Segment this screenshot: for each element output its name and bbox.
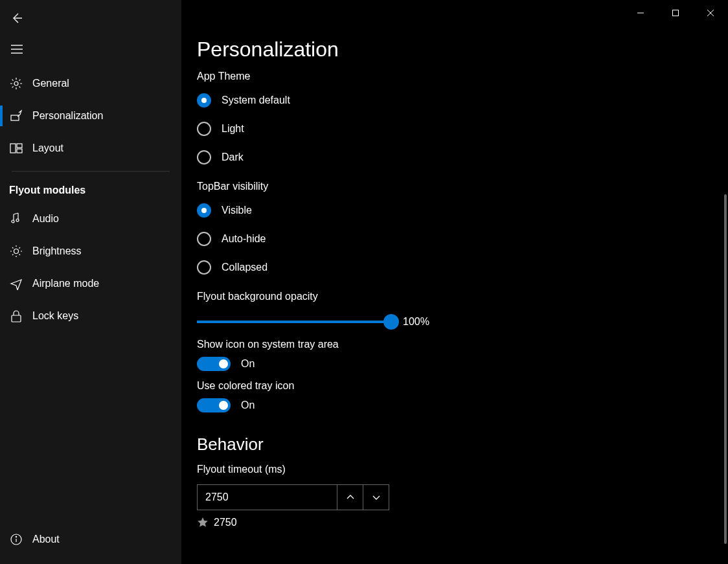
gear-icon — [9, 77, 23, 90]
toggle-state-text: On — [241, 400, 255, 411]
radio-label: Dark — [222, 152, 244, 163]
sidebar-item-label: General — [32, 78, 69, 89]
info-icon — [9, 533, 23, 546]
titlebar-buttons — [623, 0, 728, 26]
close-button[interactable] — [693, 0, 728, 26]
colored-tray-label: Use colored tray icon — [197, 380, 712, 392]
chevron-up-icon — [346, 494, 355, 501]
back-button[interactable] — [1, 5, 32, 31]
paint-icon — [9, 109, 23, 122]
sidebar-item-label: About — [32, 534, 60, 545]
maximize-icon — [672, 9, 679, 17]
sidebar-item-label: Airplane mode — [32, 278, 99, 289]
opacity-value: 100% — [403, 316, 429, 328]
svg-point-4 — [14, 82, 18, 85]
airplane-icon — [9, 277, 23, 290]
svg-point-9 — [12, 220, 14, 223]
svg-point-15 — [16, 536, 16, 537]
sidebar: General Personalization Layout Flyout mo… — [0, 0, 181, 564]
svg-rect-7 — [17, 144, 22, 148]
radio-topbar-visible[interactable]: Visible — [197, 196, 712, 225]
svg-rect-6 — [10, 144, 16, 153]
tray-icon-toggle[interactable] — [197, 357, 231, 371]
star-icon — [197, 517, 209, 528]
sidebar-item-label: Personalization — [32, 110, 103, 122]
chevron-down-icon — [372, 494, 381, 501]
close-icon — [707, 9, 714, 17]
radio-label: Auto-hide — [222, 233, 266, 245]
timeout-label: Flyout timeout (ms) — [197, 464, 712, 475]
sidebar-item-general[interactable]: General — [0, 67, 181, 100]
svg-rect-8 — [17, 149, 22, 153]
hamburger-button[interactable] — [1, 36, 32, 62]
opacity-label: Flyout background opacity — [197, 291, 712, 302]
opacity-slider[interactable] — [197, 314, 391, 330]
sidebar-item-label: Lock keys — [32, 310, 78, 322]
sidebar-item-personalization[interactable]: Personalization — [0, 100, 181, 132]
radio-theme-system-default[interactable]: System default — [197, 86, 712, 115]
radio-indicator — [197, 232, 211, 246]
spinner-up-button[interactable] — [337, 485, 363, 510]
topbar-visibility-label: TopBar visibility — [197, 181, 712, 192]
timeout-default-hint: 2750 — [197, 517, 712, 528]
colored-tray-toggle[interactable] — [197, 398, 231, 412]
page-title: Personalization — [197, 38, 712, 62]
timeout-input[interactable] — [198, 485, 337, 510]
maximize-button[interactable] — [658, 0, 693, 26]
app-theme-label: App Theme — [197, 71, 712, 82]
toggle-knob — [219, 359, 228, 368]
toggle-knob — [219, 401, 228, 410]
sidebar-item-label: Audio — [32, 213, 59, 225]
radio-indicator — [197, 150, 211, 164]
radio-topbar-collapsed[interactable]: Collapsed — [197, 253, 712, 282]
hamburger-icon — [11, 45, 23, 54]
timeout-numberbox — [197, 484, 389, 510]
minimize-icon — [637, 9, 644, 17]
sidebar-section-header: Flyout modules — [0, 175, 181, 203]
radio-indicator — [197, 122, 211, 136]
sidebar-item-airplane[interactable]: Airplane mode — [0, 267, 181, 300]
sidebar-item-brightness[interactable]: Brightness — [0, 235, 181, 267]
radio-indicator — [197, 260, 211, 275]
radio-topbar-auto-hide[interactable]: Auto-hide — [197, 225, 712, 253]
svg-rect-17 — [673, 10, 679, 16]
sidebar-item-audio[interactable]: Audio — [0, 203, 181, 235]
sidebar-item-label: Layout — [32, 142, 63, 154]
content-area: Personalization App Theme System default… — [181, 0, 728, 564]
nav-divider — [12, 171, 170, 172]
sidebar-item-label: Brightness — [32, 245, 82, 257]
radio-label: Collapsed — [222, 262, 267, 273]
radio-indicator — [197, 203, 211, 218]
radio-label: Light — [222, 123, 244, 135]
brightness-icon — [9, 245, 23, 258]
behavior-heading: Behavior — [197, 434, 712, 455]
spinner-down-button[interactable] — [363, 485, 389, 510]
layout-icon — [9, 143, 23, 153]
sidebar-item-lockkeys[interactable]: Lock keys — [0, 300, 181, 332]
radio-theme-light[interactable]: Light — [197, 115, 712, 143]
sidebar-item-layout[interactable]: Layout — [0, 132, 181, 164]
svg-point-11 — [14, 249, 19, 254]
tray-icon-label: Show icon on system tray area — [197, 339, 712, 350]
timeout-default-value: 2750 — [214, 517, 237, 528]
sidebar-item-about[interactable]: About — [0, 525, 181, 558]
radio-label: Visible — [222, 205, 252, 216]
slider-thumb[interactable] — [383, 314, 399, 330]
audio-icon — [9, 212, 23, 225]
svg-rect-12 — [12, 315, 21, 322]
radio-theme-dark[interactable]: Dark — [197, 143, 712, 172]
slider-fill — [197, 321, 391, 323]
lock-icon — [9, 310, 23, 322]
minimize-button[interactable] — [623, 0, 658, 26]
svg-point-10 — [16, 219, 19, 221]
radio-label: System default — [222, 95, 290, 106]
radio-indicator — [197, 93, 211, 107]
back-arrow-icon — [10, 12, 23, 25]
vertical-scrollbar[interactable] — [724, 194, 727, 544]
toggle-state-text: On — [241, 358, 255, 370]
